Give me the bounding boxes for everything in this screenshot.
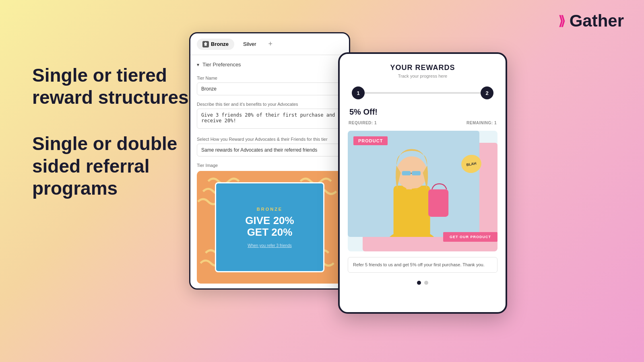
pagination-dots	[348, 278, 497, 287]
heading-referral: Single or double sided referral programs	[32, 133, 189, 200]
svg-rect-9	[412, 171, 421, 175]
bronze-label: BRONZE	[257, 207, 283, 212]
chevron-icon: ▾	[197, 62, 199, 68]
required-label: REQUIRED: 1	[349, 121, 377, 125]
reward-select-field: Select How you Reward your Advocates & t…	[197, 137, 343, 156]
discount-badge: 5% Off!	[348, 107, 497, 117]
svg-rect-8	[402, 171, 411, 175]
tab-add-button[interactable]: +	[265, 38, 276, 50]
product-card: PRODUCT BLAH GET OUR PRODUCT ›	[348, 131, 497, 251]
product-label: PRODUCT	[353, 136, 388, 145]
reward-select-label: Select How you Reward your Advocates & t…	[197, 137, 343, 142]
tier-image-label: Tier Image	[197, 163, 343, 168]
reward-description: Refer 5 friends to us and get 5% off you…	[348, 257, 497, 273]
svg-point-7	[396, 156, 427, 189]
pagination-dot-2[interactable]	[424, 281, 428, 285]
tier-prefs-header: ▾ Tier Preferences	[197, 62, 343, 68]
svg-rect-5	[394, 186, 430, 237]
bronze-headline: GIVE 20% GET 20%	[245, 215, 294, 238]
tier-image-box: BRONZE GIVE 20% GET 20% When you refer 3…	[197, 171, 343, 284]
settings-content: ▾ Tier Preferences Tier Name Describe th…	[190, 55, 349, 290]
progress-step-2: 2	[481, 86, 493, 99]
remaining-label: REMAINING: 1	[466, 121, 497, 125]
pagination-dot-1[interactable]	[417, 281, 421, 285]
product-cta-button[interactable]: GET OUR PRODUCT	[443, 232, 497, 242]
left-content: Single or tiered reward structures Singl…	[32, 64, 189, 200]
tablet-settings: 🗑 Bronze Silver + ▾ Tier Preferences Tie…	[189, 32, 350, 290]
tier-name-field: Tier Name	[197, 76, 343, 95]
logo-text: Gather	[570, 11, 624, 31]
tablet-rewards: YOUR REWARDS Track your progress here 1 …	[338, 52, 507, 314]
tier-name-label: Tier Name	[197, 76, 343, 80]
tier-desc-field: Describe this tier and it's benefits to …	[197, 102, 343, 130]
bronze-tab-icon: 🗑	[202, 41, 209, 47]
tab-bronze[interactable]: 🗑 Bronze	[197, 39, 234, 50]
reward-select-input[interactable]	[197, 144, 343, 156]
tab-silver[interactable]: Silver	[237, 39, 262, 49]
required-remaining: REQUIRED: 1 REMAINING: 1	[348, 121, 497, 125]
svg-rect-11	[428, 189, 448, 217]
progress-track: 1 2	[352, 86, 493, 99]
bronze-inner: BRONZE GIVE 20% GET 20% When you refer 3…	[215, 182, 324, 272]
tier-desc-label: Describe this tier and it's benefits to …	[197, 102, 343, 107]
progress-step-1: 1	[352, 86, 365, 99]
logo-icon: ⟫	[558, 13, 566, 29]
rewards-content: YOUR REWARDS Track your progress here 1 …	[340, 54, 506, 294]
product-card-inner	[348, 131, 479, 237]
tier-name-input[interactable]	[197, 82, 343, 95]
progress-line	[364, 92, 481, 94]
tier-desc-input[interactable]	[197, 109, 343, 129]
tab-silver-label: Silver	[243, 41, 256, 47]
section-title: Tier Preferences	[202, 62, 241, 68]
rewards-subtitle: Track your progress here	[348, 74, 497, 78]
bronze-card: BRONZE GIVE 20% GET 20% When you refer 3…	[197, 171, 343, 284]
tab-bronze-label: Bronze	[211, 41, 229, 47]
logo-area: ⟫ Gather	[558, 11, 624, 31]
tabs-row: 🗑 Bronze Silver +	[190, 33, 349, 55]
heading-tiered: Single or tiered reward structures	[32, 64, 189, 109]
bronze-subtext: When you refer 3 friends	[248, 243, 292, 248]
rewards-title: YOUR REWARDS	[348, 64, 497, 72]
